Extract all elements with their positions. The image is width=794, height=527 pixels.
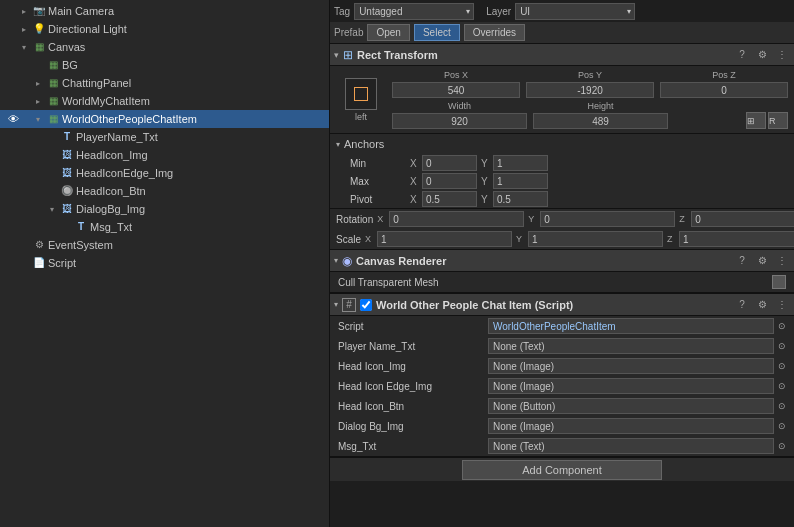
- script-settings-btn[interactable]: ⚙: [754, 299, 770, 310]
- hierarchy-item[interactable]: ▦BG: [0, 56, 329, 74]
- hierarchy-item[interactable]: 👁▾▦WorldOtherPeopleChatItem: [0, 110, 329, 128]
- add-component-row: Add Component: [330, 457, 794, 481]
- scale-row: Scale X Y Z: [330, 229, 794, 249]
- canvas-renderer-header[interactable]: ▾ ◉ Canvas Renderer ? ⚙ ⋮: [330, 250, 794, 272]
- rotation-x-group: X: [377, 211, 524, 227]
- scale-y-input[interactable]: [528, 231, 663, 247]
- prefab-select-button[interactable]: Select: [414, 24, 460, 41]
- hierarchy-item[interactable]: ▾🖼DialogBg_Img: [0, 200, 329, 218]
- script-field-target-btn[interactable]: ⊙: [778, 341, 786, 351]
- script-field-target-btn[interactable]: ⊙: [778, 361, 786, 371]
- tag-layer-row: Tag Untagged Layer UI: [330, 0, 794, 22]
- tree-icon: T: [74, 220, 88, 234]
- rect-expand-icon: ▾: [334, 50, 339, 60]
- script-field-value[interactable]: None (Image): [488, 378, 774, 394]
- anchors-expand-icon: ▾: [336, 140, 340, 149]
- tree-icon: ▦: [46, 94, 60, 108]
- scale-z-input[interactable]: [679, 231, 794, 247]
- script-field-value[interactable]: None (Text): [488, 338, 774, 354]
- tree-icon: ▦: [46, 58, 60, 72]
- blueprint-button[interactable]: ⊞: [746, 112, 766, 129]
- pivot-y-group: Y: [481, 191, 548, 207]
- rotation-y-input[interactable]: [540, 211, 675, 227]
- anchors-header[interactable]: ▾ Anchors: [330, 134, 794, 154]
- anchors-max-label: Max: [350, 176, 410, 187]
- script-field-value[interactable]: None (Image): [488, 418, 774, 434]
- layer-dropdown[interactable]: UI: [515, 3, 635, 20]
- anchors-min-y-input[interactable]: [493, 155, 548, 171]
- hierarchy-item[interactable]: 🔘HeadIcon_Btn: [0, 182, 329, 200]
- pos-y-input[interactable]: [526, 82, 654, 98]
- hierarchy-item[interactable]: ⚙EventSystem: [0, 236, 329, 254]
- rotation-z-input[interactable]: [691, 211, 794, 227]
- anchor-inner-box: [354, 87, 368, 101]
- rotation-x-input[interactable]: [389, 211, 524, 227]
- hierarchy-item[interactable]: ▸📷Main Camera: [0, 2, 329, 20]
- pos-x-input[interactable]: [392, 82, 520, 98]
- tree-icon: 🖼: [60, 166, 74, 180]
- script-field-target-btn[interactable]: ⊙: [778, 381, 786, 391]
- script-section-header[interactable]: ▾ # World Other People Chat Item (Script…: [330, 294, 794, 316]
- prefab-overrides-button[interactable]: Overrides: [464, 24, 525, 41]
- canvas-menu-btn[interactable]: ⋮: [774, 255, 790, 266]
- anchors-min-y-label: Y: [481, 158, 491, 169]
- tree-label: BG: [62, 59, 78, 71]
- canvas-cull-checkbox[interactable]: [772, 275, 786, 289]
- prefab-open-button[interactable]: Open: [367, 24, 409, 41]
- pos-z-input[interactable]: [660, 82, 788, 98]
- hierarchy-item[interactable]: ▸▦WorldMyChatItem: [0, 92, 329, 110]
- script-field-target-btn[interactable]: ⊙: [778, 441, 786, 451]
- pivot-y-input[interactable]: [493, 191, 548, 207]
- rect-help-btn[interactable]: ?: [734, 49, 750, 60]
- anchors-max-y-input[interactable]: [493, 173, 548, 189]
- canvas-settings-btn[interactable]: ⚙: [754, 255, 770, 266]
- script-menu-btn[interactable]: ⋮: [774, 299, 790, 310]
- rotation-label: Rotation: [336, 214, 373, 225]
- hierarchy-item[interactable]: ▾▦Canvas: [0, 38, 329, 56]
- prefab-row: Prefab Open Select Overrides: [330, 22, 794, 44]
- rect-menu-btn[interactable]: ⋮: [774, 49, 790, 60]
- rotation-y-group: Y: [528, 211, 675, 227]
- script-asset-value[interactable]: WorldOtherPeopleChatItem: [488, 318, 774, 334]
- anchors-max-x-input[interactable]: [422, 173, 477, 189]
- scale-z-label: Z: [667, 234, 677, 244]
- hierarchy-item[interactable]: ▸▦ChattingPanel: [0, 74, 329, 92]
- script-field-target-btn[interactable]: ⊙: [778, 401, 786, 411]
- script-field-target-btn[interactable]: ⊙: [778, 421, 786, 431]
- r-button[interactable]: R: [768, 112, 788, 129]
- width-group: Width: [392, 101, 527, 129]
- anchor-visual[interactable]: left: [336, 70, 386, 129]
- hierarchy-item[interactable]: ▸💡Directional Light: [0, 20, 329, 38]
- script-field-value[interactable]: None (Button): [488, 398, 774, 414]
- rect-settings-btn[interactable]: ⚙: [754, 49, 770, 60]
- script-field-row: Player Name_Txt None (Text) ⊙: [330, 336, 794, 356]
- anchors-min-x-input[interactable]: [422, 155, 477, 171]
- hierarchy-item[interactable]: TPlayerName_Txt: [0, 128, 329, 146]
- height-input[interactable]: [533, 113, 668, 129]
- rect-transform-header[interactable]: ▾ ⊞ Rect Transform ? ⚙ ⋮: [330, 44, 794, 66]
- scale-x-input[interactable]: [377, 231, 512, 247]
- inspector-scroll[interactable]: ▾ ⊞ Rect Transform ? ⚙ ⋮ left Pos X: [330, 44, 794, 527]
- rotation-z-group: Z: [679, 211, 794, 227]
- pivot-x-input[interactable]: [422, 191, 477, 207]
- pos-z-group: Pos Z: [660, 70, 788, 98]
- tag-dropdown[interactable]: Untagged: [354, 3, 474, 20]
- hierarchy-item[interactable]: 📄Script: [0, 254, 329, 272]
- add-component-button[interactable]: Add Component: [462, 460, 662, 480]
- width-input[interactable]: [392, 113, 527, 129]
- rotation-z-label: Z: [679, 214, 689, 224]
- tree-icon: 📄: [32, 256, 46, 270]
- script-label: Script: [338, 321, 488, 332]
- hierarchy-item[interactable]: 🖼HeadIcon_Img: [0, 146, 329, 164]
- layer-label: Layer: [486, 6, 511, 17]
- script-target-btn[interactable]: ⊙: [778, 321, 786, 331]
- script-asset-row: Script WorldOtherPeopleChatItem ⊙: [330, 316, 794, 336]
- script-field-value[interactable]: None (Image): [488, 358, 774, 374]
- script-help-btn[interactable]: ?: [734, 299, 750, 310]
- script-enabled-checkbox[interactable]: [360, 299, 372, 311]
- eye-toggle[interactable]: 👁: [4, 113, 22, 125]
- script-field-value[interactable]: None (Text): [488, 438, 774, 454]
- hierarchy-item[interactable]: TMsg_Txt: [0, 218, 329, 236]
- canvas-help-btn[interactable]: ?: [734, 255, 750, 266]
- hierarchy-item[interactable]: 🖼HeadIconEdge_Img: [0, 164, 329, 182]
